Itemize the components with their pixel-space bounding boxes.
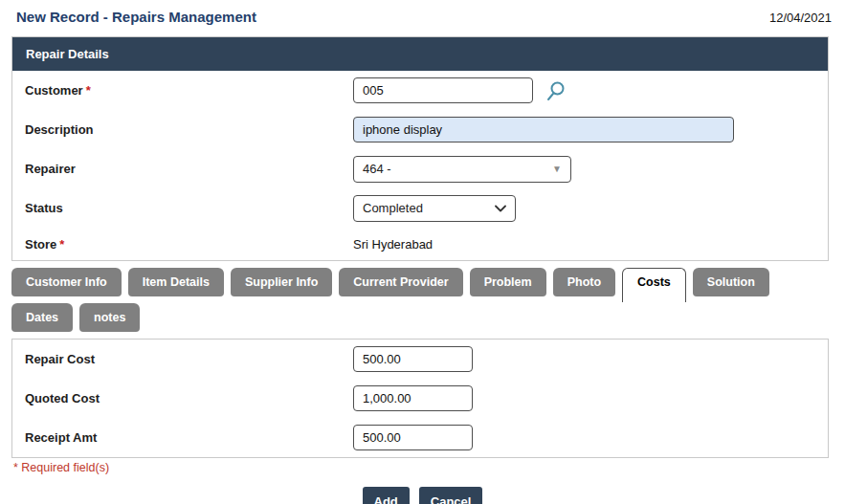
chevron-down-icon [495, 205, 506, 212]
repair-details-panel: Repair Details Customer* Description Rep… [11, 36, 829, 261]
repair-cost-input[interactable] [353, 346, 473, 372]
page-date: 12/04/2021 [769, 9, 832, 25]
receipt-amt-label: Receipt Amt [25, 430, 353, 445]
status-label: Status [25, 201, 353, 215]
quoted-cost-row: Quoted Cost [12, 379, 828, 418]
tab-dates[interactable]: Dates [11, 303, 73, 332]
receipt-amt-input[interactable] [353, 425, 473, 450]
tab-supplier-info[interactable]: Supplier Info [231, 268, 332, 296]
description-row: Description [12, 110, 828, 149]
status-selected-value: Completed [363, 201, 423, 215]
tab-costs[interactable]: Costs [622, 268, 686, 302]
customer-input[interactable] [353, 77, 533, 103]
search-icon [545, 91, 567, 105]
required-asterisk: * [59, 237, 64, 252]
tab-notes[interactable]: notes [79, 303, 140, 332]
required-asterisk: * [86, 83, 91, 98]
repairer-selected-value: 464 - [363, 162, 391, 176]
repairer-label: Repairer [25, 162, 353, 176]
page-title: New Record - Repairs Management [16, 9, 256, 25]
receipt-amt-row: Receipt Amt [12, 418, 828, 457]
required-fields-note: * Required field(s) [13, 461, 845, 474]
tab-problem[interactable]: Problem [470, 268, 546, 296]
add-button[interactable]: Add [363, 487, 410, 504]
costs-panel: Repair Cost Quoted Cost Receipt Amt [11, 339, 829, 458]
triangle-down-icon: ▼ [552, 164, 562, 174]
repairer-dropdown[interactable]: 464 - ▼ [353, 156, 571, 183]
tab-current-provider[interactable]: Current Provider [339, 268, 462, 296]
repair-cost-label: Repair Cost [25, 352, 353, 366]
customer-row: Customer* [12, 71, 828, 110]
repairer-row: Repairer 464 - ▼ [12, 149, 828, 188]
tab-customer-info[interactable]: Customer Info [11, 268, 122, 296]
description-input[interactable] [353, 117, 734, 142]
store-value: Sri Hyderabad [353, 237, 433, 252]
quoted-cost-input[interactable] [353, 385, 473, 411]
tab-item-details[interactable]: Item Details [128, 268, 224, 296]
store-row: Store* Sri Hyderabad [12, 228, 828, 260]
description-label: Description [25, 122, 353, 137]
status-dropdown[interactable]: Completed [353, 195, 516, 222]
store-label: Store* [25, 237, 353, 252]
tab-solution[interactable]: Solution [693, 268, 769, 296]
tab-bar: Customer Info Item Details Supplier Info… [11, 268, 829, 339]
repair-cost-row: Repair Cost [12, 340, 828, 379]
repair-details-header: Repair Details [12, 37, 828, 71]
status-row: Status Completed [12, 188, 828, 228]
action-bar: Add Cancel [0, 487, 845, 504]
quoted-cost-label: Quoted Cost [25, 391, 353, 405]
tab-photo[interactable]: Photo [553, 268, 615, 296]
cancel-button[interactable]: Cancel [419, 487, 483, 504]
customer-search-button[interactable] [545, 79, 567, 102]
customer-label: Customer* [25, 83, 353, 98]
top-bar: New Record - Repairs Management 12/04/20… [0, 0, 845, 36]
